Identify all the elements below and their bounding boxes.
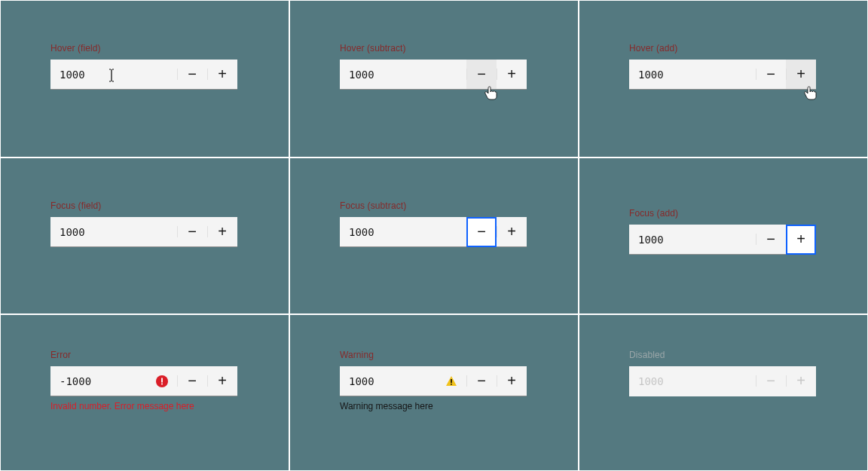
state-label: Hover (field)	[50, 43, 239, 54]
cell-hover-field: Hover (field) 1000 − +	[0, 0, 289, 158]
plus-icon: +	[218, 223, 227, 240]
subtract-button[interactable]: −	[466, 217, 497, 247]
error-icon	[156, 375, 168, 387]
button-divider	[207, 226, 208, 237]
subtract-button[interactable]: −	[756, 225, 786, 255]
state-label: Hover (subtract)	[340, 43, 528, 54]
cell-error: Error -1000 − + Invalid	[0, 314, 289, 471]
minus-icon: −	[766, 372, 775, 390]
button-divider	[177, 226, 178, 237]
state-label: Error	[50, 350, 239, 360]
subtract-button[interactable]: −	[177, 217, 207, 247]
number-value: -1000	[60, 375, 91, 387]
error-helper-text: Invalid number. Error message here	[50, 401, 239, 411]
subtract-button[interactable]: −	[177, 366, 207, 396]
plus-icon: +	[507, 372, 516, 390]
number-stepper: 1000 − +	[50, 217, 237, 247]
minus-icon: −	[477, 372, 486, 390]
plus-icon: +	[218, 66, 227, 83]
button-divider	[756, 234, 756, 245]
number-value: 1000	[60, 226, 85, 238]
number-stepper: -1000 − +	[50, 366, 237, 396]
add-button[interactable]: +	[497, 217, 527, 247]
warning-helper-text: Warning message here	[340, 401, 528, 411]
state-label: Hover (add)	[629, 43, 818, 54]
button-divider	[177, 375, 178, 387]
number-value: 1000	[638, 69, 664, 81]
svg-rect-1	[161, 378, 163, 382]
plus-icon: +	[218, 372, 227, 390]
number-value: 1000	[349, 375, 374, 387]
number-field[interactable]: 1000	[50, 60, 177, 90]
minus-icon: −	[188, 223, 197, 240]
number-stepper: 1000 − +	[629, 60, 816, 90]
cell-disabled: Disabled 1000 − +	[579, 314, 868, 471]
add-button[interactable]: +	[786, 225, 816, 255]
minus-icon: −	[766, 66, 775, 83]
button-divider	[466, 69, 467, 80]
svg-rect-2	[161, 383, 163, 384]
state-label: Focus (subtract)	[340, 200, 528, 211]
svg-rect-3	[451, 379, 452, 383]
add-button[interactable]: +	[207, 217, 237, 247]
number-stepper: 1000 − +	[340, 217, 527, 247]
button-divider	[497, 69, 497, 80]
state-label: Disabled	[629, 350, 818, 360]
button-divider	[177, 69, 178, 80]
add-button[interactable]: +	[207, 60, 237, 90]
number-field[interactable]: 1000	[629, 60, 756, 90]
add-button[interactable]: +	[207, 366, 237, 396]
states-grid: Hover (field) 1000 − + Hover (subtract)	[0, 0, 868, 471]
number-value: 1000	[60, 69, 85, 81]
number-field[interactable]: 1000	[340, 60, 466, 90]
subtract-button[interactable]: −	[177, 60, 207, 90]
cell-focus-subtract: Focus (subtract) 1000 − +	[289, 158, 579, 314]
number-value: 1000	[638, 234, 664, 246]
plus-icon: +	[507, 66, 516, 83]
plus-icon: +	[796, 372, 805, 390]
button-divider	[466, 375, 467, 387]
number-stepper: 1000 − +	[629, 225, 816, 255]
minus-icon: −	[766, 231, 775, 248]
plus-icon: +	[796, 66, 805, 83]
button-divider	[786, 69, 787, 80]
add-button[interactable]: +	[497, 366, 527, 396]
button-divider	[756, 69, 756, 80]
number-value: 1000	[638, 375, 664, 387]
number-field[interactable]: 1000	[50, 217, 177, 247]
button-divider	[497, 226, 497, 237]
number-field: 1000	[629, 366, 756, 396]
button-divider	[756, 375, 756, 387]
subtract-button[interactable]: −	[466, 60, 497, 90]
subtract-button: −	[756, 366, 786, 396]
plus-icon: +	[796, 231, 805, 248]
number-stepper: 1000 − +	[629, 366, 816, 396]
subtract-button[interactable]: −	[466, 366, 497, 396]
minus-icon: −	[477, 66, 486, 83]
state-label: Focus (field)	[50, 200, 239, 211]
number-field[interactable]: 1000	[340, 217, 466, 247]
state-label: Focus (add)	[629, 208, 818, 219]
state-label: Warning	[340, 350, 528, 360]
button-divider	[786, 375, 787, 387]
plus-icon: +	[507, 223, 516, 240]
button-divider	[207, 69, 208, 80]
add-button: +	[786, 366, 816, 396]
number-field[interactable]: -1000	[50, 366, 177, 396]
number-field[interactable]: 1000	[340, 366, 466, 396]
number-value: 1000	[349, 69, 374, 81]
number-stepper: 1000 − +	[50, 60, 237, 90]
cell-warning: Warning 1000 − + Warnin	[289, 314, 579, 471]
add-button[interactable]: +	[786, 60, 816, 90]
warning-icon	[445, 375, 457, 387]
cell-focus-add: Focus (add) 1000 − +	[579, 158, 868, 314]
number-value: 1000	[349, 226, 374, 238]
number-field[interactable]: 1000	[629, 225, 756, 255]
svg-rect-4	[451, 384, 452, 385]
number-stepper: 1000 − +	[340, 60, 527, 90]
number-stepper: 1000 − +	[340, 366, 527, 396]
add-button[interactable]: +	[497, 60, 527, 90]
button-divider	[497, 375, 497, 387]
subtract-button[interactable]: −	[756, 60, 786, 90]
button-divider	[207, 375, 208, 387]
